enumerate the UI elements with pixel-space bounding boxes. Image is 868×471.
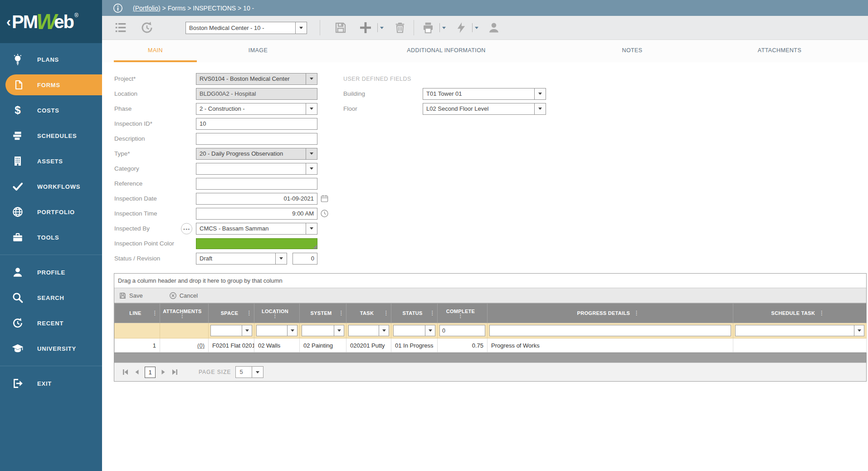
column-header-progress-details[interactable]: PROGRESS DETAILS⋮ [488,304,733,323]
sidebar-item-plans[interactable]: PLANS [0,47,102,72]
inspection-time-field[interactable] [196,208,317,220]
category-select[interactable] [196,163,317,175]
tab-additional-information[interactable]: ADDITIONAL INFORMATION [319,40,573,62]
column-menu-icon[interactable]: ⋮ [246,311,252,315]
inspection-point-color-swatch[interactable] [196,238,317,249]
sidebar-item-forms[interactable]: FORMS [5,74,102,95]
chevron-down-icon[interactable] [534,103,546,114]
chevron-down-icon[interactable] [334,325,344,336]
pmweb-logo[interactable]: ‹PMWeb® [0,0,102,43]
sidebar-item-costs[interactable]: $ COSTS [0,98,102,123]
numbered-list-button[interactable] [111,21,130,34]
add-menu-caret[interactable] [375,23,385,32]
tab-notes[interactable]: NOTES [573,40,691,62]
clock-icon[interactable] [320,209,329,218]
column-header-space[interactable]: SPACE⋮ [209,304,254,323]
chevron-down-icon[interactable] [534,88,546,99]
column-menu-icon[interactable]: ⋮ [152,311,158,315]
filter-complete-field[interactable] [439,325,485,336]
sidebar-item-schedules[interactable]: SCHEDULES [0,123,102,148]
chevron-down-icon[interactable] [306,103,317,114]
filter-location-select[interactable] [256,325,297,336]
chevron-down-icon[interactable] [854,325,864,336]
inspection-date-field[interactable] [196,193,317,205]
save-button[interactable] [331,21,350,34]
table-row[interactable]: 1 (0) F0201 Flat 0201 02 Walls 02 Painti… [115,339,867,353]
filter-system-select[interactable] [302,325,344,336]
grid-save-button[interactable]: Save [119,292,143,299]
inspection-id-field[interactable] [196,118,317,130]
column-header-complete[interactable]: COMPLETE⋮ [438,304,488,323]
add-button[interactable] [356,20,375,35]
tab-image[interactable]: IMAGE [197,40,319,62]
column-menu-icon[interactable]: ⋮ [383,311,389,315]
breadcrumb-portfolio-link[interactable]: (Portfolio) [133,5,161,12]
floor-select[interactable]: L02 Second Floor Level [423,103,546,115]
filter-schedule-task-select[interactable] [735,325,864,336]
last-page-button[interactable] [169,368,180,376]
page-size-select[interactable]: 5 [235,366,263,378]
chevron-down-icon[interactable] [252,367,263,378]
print-menu-caret[interactable] [438,23,448,32]
column-menu-icon[interactable]: ⋮ [819,309,824,316]
column-header-status[interactable]: STATUS⋮ [391,304,438,323]
sidebar-item-profile[interactable]: PROFILE [0,260,102,285]
filter-status-select[interactable] [393,325,435,336]
column-header-system[interactable]: SYSTEM⋮ [300,304,346,323]
chevron-down-icon[interactable] [275,253,287,264]
tab-attachments[interactable]: ATTACHMENTS [691,40,868,62]
current-page-box[interactable]: 1 [145,367,156,378]
chevron-down-icon[interactable] [306,163,317,174]
record-selector[interactable]: Boston Medical Center - 10 - [185,22,307,34]
filter-progress-details-field[interactable] [489,325,731,336]
sidebar-item-workflows[interactable]: WORKFLOWS [0,174,102,199]
column-header-line[interactable]: LINE⋮ [115,304,160,323]
description-field[interactable] [196,133,317,145]
chevron-down-icon[interactable] [379,325,389,336]
history-button[interactable] [137,21,156,34]
next-page-button[interactable] [158,368,169,376]
column-header-schedule-task[interactable]: SCHEDULE TASK⋮ [733,304,867,323]
workflow-actions-button[interactable] [452,21,470,34]
chevron-down-icon[interactable] [425,325,435,336]
workflow-menu-caret[interactable] [470,23,480,32]
filter-space-select[interactable] [210,325,252,336]
column-header-location[interactable]: LOCATION⋮ [254,304,300,323]
first-page-button[interactable] [120,368,132,376]
column-menu-icon[interactable]: ⋮ [440,314,481,318]
chevron-down-icon[interactable] [295,22,307,34]
sidebar-item-portfolio[interactable]: PORTFOLIO [0,199,102,225]
inspected-by-select[interactable]: CMCS - Bassam Samman [196,223,317,235]
column-menu-icon[interactable]: ⋮ [338,311,344,315]
column-menu-icon[interactable]: ⋮ [257,314,293,318]
sidebar-item-search[interactable]: SEARCH [0,285,102,310]
column-menu-icon[interactable]: ⋮ [429,311,435,315]
column-menu-icon[interactable]: ⋮ [634,309,639,316]
group-by-drop-zone[interactable]: Drag a column header and drop it here to… [114,274,866,288]
type-select[interactable]: 20 - Daily Progress Observation [196,148,317,160]
column-menu-icon[interactable]: ⋮ [163,314,202,318]
column-header-attachments[interactable]: ATTACHMENTS⋮ [160,304,209,323]
sidebar-item-assets[interactable]: ASSETS [0,148,102,174]
reference-field[interactable] [196,178,317,190]
sidebar-item-recent[interactable]: RECENT [0,310,102,336]
revision-field[interactable] [293,253,317,265]
chevron-down-icon[interactable] [287,325,297,336]
tab-main[interactable]: MAIN [114,40,197,62]
user-button[interactable] [485,21,503,34]
chevron-down-icon[interactable] [306,223,317,234]
sidebar-item-exit[interactable]: EXIT [0,371,102,396]
inspected-by-lookup-button[interactable]: ●●● [181,223,192,234]
sidebar-item-tools[interactable]: TOOLS [0,225,102,250]
chevron-down-icon[interactable] [242,325,252,336]
delete-button[interactable] [391,21,409,34]
print-button[interactable] [419,21,438,34]
project-select[interactable]: RVS0104 - Boston Medical Center [196,73,317,85]
status-select[interactable]: Draft [196,253,287,265]
info-icon[interactable] [113,3,123,13]
phase-select[interactable]: 2 - Construction - [196,103,317,115]
calendar-icon[interactable] [320,194,329,203]
grid-cancel-button[interactable]: Cancel [169,292,198,299]
column-header-task[interactable]: TASK⋮ [346,304,391,323]
attachments-count-link[interactable]: (0) [197,342,205,349]
